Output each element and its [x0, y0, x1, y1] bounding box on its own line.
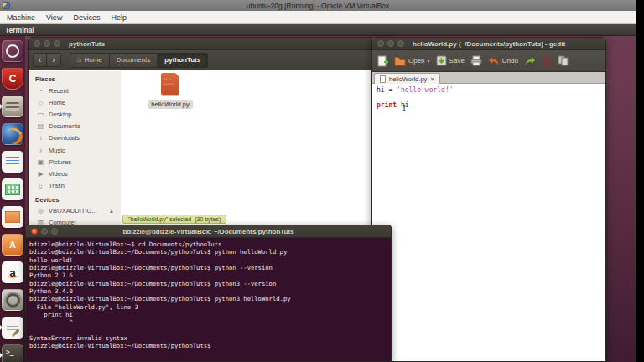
gedit-titlebar[interactable]: helloWorld.py (~/Documents/pythonTuts) -…	[372, 38, 605, 50]
sidebar-item-pictures[interactable]: ▣Pictures	[29, 156, 121, 168]
file-manager-body: Places ◔Recent⌂Home▭Desktop▤Documents↓Do…	[29, 71, 394, 227]
virtualbox-logo-icon	[3, 2, 10, 9]
breadcrumb: ⌂ Home Documents pythonTuts	[70, 53, 208, 68]
forward-button[interactable]: ›	[47, 53, 61, 67]
open-folder-icon	[394, 56, 406, 66]
new-document-icon	[377, 55, 388, 67]
places-list: ◔Recent⌂Home▭Desktop▤Documents↓Downloads…	[29, 85, 121, 192]
comodo-icon: C	[9, 74, 17, 84]
vbox-titlebar: ubuntu-20g [Running] - Oracle VM Virtual…	[0, 0, 636, 11]
sidebar-item-desktop[interactable]: ▭Desktop	[29, 108, 121, 120]
downloads-icon: ↓	[37, 134, 44, 142]
sidebar-item-label: Documents	[49, 122, 80, 130]
sidebar-item-label: VBOXADDITIO...	[49, 207, 97, 215]
panel-active-app-label[interactable]: Terminal	[5, 26, 34, 34]
vbox-window-title: ubuntu-20g [Running] - Oracle VM Virtual…	[0, 2, 636, 10]
terminal-line: bdizzle@bdizzle-VirtualBox:~/Documents/p…	[29, 264, 391, 272]
code-line: hi = 'hello world!'	[377, 86, 605, 94]
sidebar-item-label: Recent	[49, 87, 69, 95]
launcher-item-amazon[interactable]: a	[2, 261, 23, 283]
launcher-item-system-settings[interactable]	[2, 289, 23, 311]
open-button-label: Open	[408, 57, 425, 65]
copy-button[interactable]	[558, 55, 569, 66]
cut-scissors-icon	[542, 55, 552, 66]
screen: ubuntu-20g [Running] - Oracle VM Virtual…	[0, 0, 644, 362]
launcher-item-comodo[interactable]: C	[2, 68, 23, 90]
sidebar-device-vboxadditio[interactable]: ◎VBOXADDITIO...▲	[29, 205, 121, 217]
new-document-button[interactable]	[377, 55, 388, 67]
undo-button-label: Undo	[502, 57, 518, 65]
save-button[interactable]: Save	[436, 55, 465, 66]
maximize-button[interactable]	[54, 40, 60, 47]
gedit-tabbar: helloWorld.py ×	[372, 72, 605, 84]
text-cursor: I	[402, 104, 406, 111]
file-item-helloworld[interactable]: hi = print helloWorld.py	[141, 73, 200, 110]
window-controls	[34, 40, 60, 47]
menu-view[interactable]: View	[46, 13, 62, 22]
desktop: CAa>_ pythonTuts ‹ ›	[0, 36, 636, 362]
open-dropdown-arrow-icon[interactable]: ▾	[428, 58, 430, 64]
menu-devices[interactable]: Devices	[73, 13, 100, 22]
devices-header: Devices	[29, 192, 121, 205]
terminal-icon: >_	[6, 349, 14, 356]
breadcrumb-documents-label: Documents	[117, 53, 150, 67]
vm-display: ubuntu-20g [Running] - Oracle VM Virtual…	[0, 0, 636, 362]
sidebar-item-label: Desktop	[49, 111, 72, 118]
minimize-button[interactable]	[44, 40, 50, 47]
launcher-item-terminal[interactable]: >_	[2, 344, 23, 362]
redo-button[interactable]	[524, 56, 536, 66]
sidebar-item-label: Trash	[49, 182, 65, 189]
undo-button[interactable]: Undo	[488, 56, 518, 66]
launcher-item-dash-home[interactable]	[2, 40, 23, 62]
launcher-item-lo-calc[interactable]	[2, 178, 23, 200]
tab-close-icon[interactable]: ×	[430, 75, 434, 83]
sidebar-item-videos[interactable]: ▶Videos	[29, 168, 121, 179]
sidebar-item-recent[interactable]: ◔Recent	[29, 85, 121, 96]
breadcrumb-documents[interactable]: Documents	[110, 53, 158, 68]
launcher-item-files[interactable]	[2, 96, 23, 117]
sidebar-item-documents[interactable]: ▤Documents	[29, 121, 121, 132]
desktop-icon: ▭	[37, 111, 44, 118]
gedit-editor[interactable]: hi = 'hello world!' print hi I	[372, 84, 605, 361]
open-button[interactable]: Open ▾	[394, 56, 430, 66]
menu-help[interactable]: Help	[111, 13, 127, 22]
file-manager-titlebar[interactable]: pythonTuts	[29, 38, 394, 50]
home-icon: ⌂	[77, 53, 81, 67]
file-manager-title: pythonTuts	[69, 40, 105, 48]
sidebar-item-label: Videos	[49, 170, 68, 178]
back-button[interactable]: ‹	[33, 53, 47, 67]
close-button[interactable]	[34, 40, 40, 47]
terminal-line: Python 3.4.0	[29, 287, 391, 295]
tab-helloworld[interactable]: helloWorld.py ×	[374, 73, 440, 84]
print-button[interactable]	[470, 55, 482, 66]
code-line: print hi	[377, 101, 605, 109]
save-icon	[436, 55, 447, 66]
menu-machine[interactable]: Machine	[7, 13, 35, 22]
launcher-item-lo-writer[interactable]	[2, 151, 23, 173]
launcher-item-firefox[interactable]	[2, 123, 23, 145]
cut-button[interactable]	[542, 55, 552, 66]
terminal-body[interactable]: bdizzle@bdizzle-VirtualBox:~$ cd Documen…	[26, 238, 391, 361]
sidebar-item-label: Home	[49, 99, 65, 106]
eject-icon[interactable]: ▲	[109, 209, 114, 214]
launcher-item-software-center[interactable]: A	[2, 234, 23, 256]
sidebar-item-home[interactable]: ⌂Home	[29, 96, 121, 108]
file-icon-preview-text: hi = print	[161, 73, 179, 88]
launcher-item-gedit[interactable]	[2, 317, 23, 339]
launcher-item-lo-impress[interactable]	[2, 206, 23, 228]
sidebar-item-label: Downloads	[49, 134, 80, 142]
sidebar-item-label: Pictures	[49, 158, 71, 166]
terminal-line: hello world!	[29, 256, 391, 264]
sidebar-item-music[interactable]: ♪Music	[29, 144, 121, 156]
code-lines: hi = 'hello world!' print hi	[377, 86, 605, 109]
sidebar-item-trash[interactable]: ▯Trash	[29, 180, 121, 192]
terminal-line: bdizzle@bdizzle-VirtualBox:~/Documents/p…	[29, 248, 391, 256]
sidebar-item-downloads[interactable]: ↓Downloads	[29, 132, 121, 144]
breadcrumb-pythontuts[interactable]: pythonTuts	[158, 53, 208, 68]
copy-icon	[558, 55, 569, 66]
terminal-line: bdizzle@bdizzle-VirtualBox:~$ cd Documen…	[29, 240, 391, 248]
file-list-area[interactable]: hi = print helloWorld.py "helloWorld.py"…	[121, 71, 394, 227]
nav-buttons: ‹ ›	[33, 53, 61, 67]
terminal-titlebar[interactable]: bdizzle@bdizzle-VirtualBox: ~/Documents/…	[26, 225, 391, 238]
breadcrumb-home[interactable]: ⌂ Home	[70, 53, 110, 68]
